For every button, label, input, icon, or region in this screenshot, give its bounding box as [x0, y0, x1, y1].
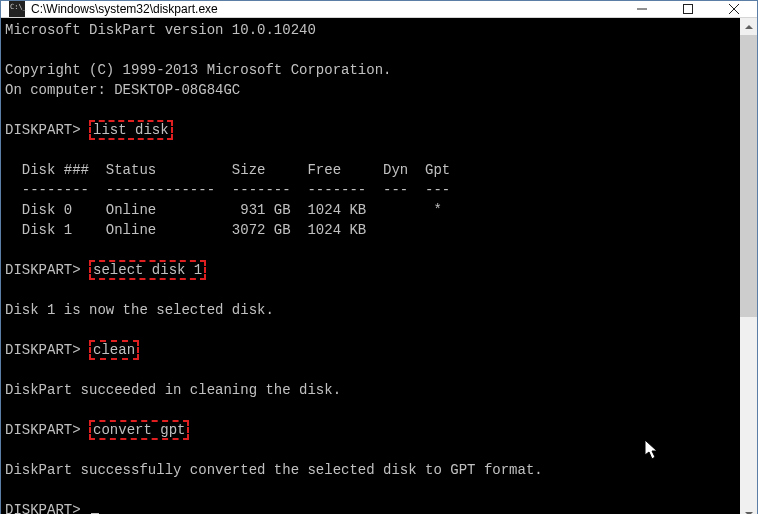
message-selected: Disk 1 is now the selected disk. [5, 302, 274, 318]
vertical-scrollbar[interactable] [740, 18, 757, 514]
chevron-up-icon [745, 25, 753, 29]
svg-marker-4 [745, 25, 753, 29]
titlebar[interactable]: C:\Windows\system32\diskpart.exe [1, 1, 757, 18]
prompt: DISKPART> [5, 502, 81, 514]
console-window: C:\Windows\system32\diskpart.exe M [0, 0, 758, 514]
scroll-down-button[interactable] [740, 505, 757, 514]
close-button[interactable] [711, 1, 757, 17]
disk-table-header: Disk ### Status Size Free Dyn Gpt [5, 162, 450, 178]
minimize-button[interactable] [619, 1, 665, 17]
computer-line: On computer: DESKTOP-08G84GC [5, 82, 240, 98]
content-area: Microsoft DiskPart version 10.0.10240 Co… [1, 18, 757, 514]
message-convert-success: DiskPart successfully converted the sele… [5, 462, 543, 478]
app-icon [9, 1, 25, 17]
svg-rect-1 [684, 5, 693, 14]
maximize-button[interactable] [665, 1, 711, 17]
copyright-line: Copyright (C) 1999-2013 Microsoft Corpor… [5, 62, 391, 78]
window-controls [619, 1, 757, 17]
prompt: DISKPART> [5, 262, 81, 278]
prompt: DISKPART> [5, 422, 81, 438]
window-title: C:\Windows\system32\diskpart.exe [31, 2, 218, 16]
close-icon [729, 4, 739, 14]
command-select-disk: select disk 1 [89, 260, 206, 280]
scroll-up-button[interactable] [740, 18, 757, 35]
disk-table-row: Disk 1 Online 3072 GB 1024 KB [5, 222, 366, 238]
maximize-icon [683, 4, 693, 14]
command-clean: clean [89, 340, 139, 360]
message-clean-success: DiskPart succeeded in cleaning the disk. [5, 382, 341, 398]
command-convert-gpt: convert gpt [89, 420, 189, 440]
scrollbar-thumb[interactable] [740, 35, 757, 317]
prompt: DISKPART> [5, 342, 81, 358]
version-line: Microsoft DiskPart version 10.0.10240 [5, 22, 316, 38]
disk-table-divider: -------- ------------- ------- ------- -… [5, 182, 450, 198]
terminal-output[interactable]: Microsoft DiskPart version 10.0.10240 Co… [1, 18, 740, 514]
command-list-disk: list disk [89, 120, 173, 140]
scrollbar-track[interactable] [740, 35, 757, 505]
prompt: DISKPART> [5, 122, 81, 138]
disk-table-row: Disk 0 Online 931 GB 1024 KB * [5, 202, 442, 218]
minimize-icon [637, 4, 647, 14]
